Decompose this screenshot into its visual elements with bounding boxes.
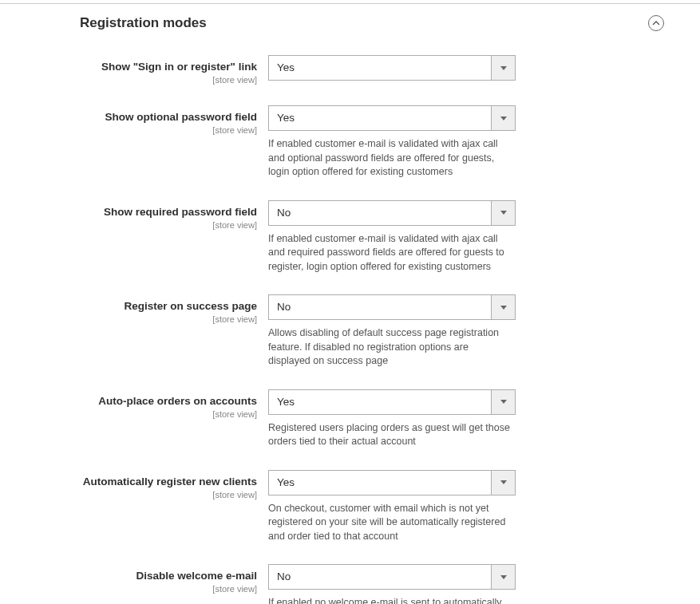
field-label: Show required password field	[80, 205, 257, 219]
dropdown-arrow	[491, 390, 515, 414]
field-note: If enabled customer e-mail is validated …	[268, 232, 516, 274]
field-show-sign-in-link: Show "Sign in or register" link [store v…	[80, 55, 664, 85]
dropdown-arrow	[491, 565, 515, 589]
select-disable-welcome-email[interactable]: No	[268, 564, 516, 590]
field-disable-welcome-email: Disable welcome e-mail [store view] No I…	[80, 564, 664, 604]
field-note: If enabled no welcome e-mail is sent to …	[268, 596, 516, 604]
select-value: No	[269, 295, 491, 319]
field-note: On checkout, customer with email which i…	[268, 502, 516, 544]
field-scope: [store view]	[80, 490, 257, 499]
field-show-optional-password: Show optional password field [store view…	[80, 105, 664, 180]
select-show-optional-password[interactable]: Yes	[268, 105, 516, 131]
chevron-up-icon	[652, 21, 660, 26]
field-scope: [store view]	[80, 125, 257, 135]
field-label: Automatically register new clients	[80, 475, 257, 489]
field-label: Show optional password field	[80, 110, 257, 124]
field-scope: [store view]	[80, 75, 257, 85]
select-value: Yes	[269, 56, 491, 80]
section-title: Registration modes	[80, 15, 207, 31]
field-label: Disable welcome e-mail	[80, 569, 257, 583]
field-show-required-password: Show required password field [store view…	[80, 200, 664, 274]
dropdown-arrow	[491, 201, 515, 225]
dropdown-arrow	[491, 295, 515, 319]
field-scope: [store view]	[80, 220, 257, 230]
field-auto-register-clients: Automatically register new clients [stor…	[80, 470, 664, 544]
field-label: Show "Sign in or register" link	[80, 60, 257, 74]
field-note: Registered users placing orders as guest…	[268, 421, 516, 449]
select-show-required-password[interactable]: No	[268, 200, 516, 226]
select-value: Yes	[269, 471, 491, 495]
caret-down-icon	[500, 575, 507, 579]
caret-down-icon	[500, 480, 507, 484]
select-value: No	[269, 565, 491, 589]
caret-down-icon	[500, 116, 507, 120]
select-register-on-success-page[interactable]: No	[268, 294, 516, 320]
dropdown-arrow	[491, 106, 515, 130]
select-value: Yes	[269, 106, 491, 130]
field-auto-place-orders: Auto-place orders on accounts [store vie…	[80, 389, 664, 449]
select-show-sign-in-link[interactable]: Yes	[268, 55, 516, 81]
caret-down-icon	[500, 66, 507, 70]
field-note: If enabled customer e-mail is validated …	[268, 137, 516, 180]
select-auto-place-orders[interactable]: Yes	[268, 389, 516, 415]
field-register-on-success-page: Register on success page [store view] No…	[80, 294, 664, 369]
dropdown-arrow	[491, 56, 515, 80]
field-label: Register on success page	[80, 299, 257, 314]
field-label: Auto-place orders on accounts	[80, 394, 257, 409]
caret-down-icon	[500, 306, 507, 310]
field-scope: [store view]	[80, 409, 257, 419]
dropdown-arrow	[491, 471, 515, 495]
caret-down-icon	[500, 211, 507, 215]
fieldset: Show "Sign in or register" link [store v…	[80, 39, 664, 604]
field-scope: [store view]	[80, 314, 257, 324]
field-scope: [store view]	[80, 584, 257, 594]
select-auto-register-clients[interactable]: Yes	[268, 470, 516, 495]
collapse-button[interactable]	[648, 15, 664, 31]
caret-down-icon	[500, 400, 507, 404]
section-header: Registration modes	[80, 4, 664, 39]
field-note: Allows disabling of default success page…	[268, 326, 516, 369]
select-value: No	[269, 201, 491, 225]
config-section: Registration modes Show "Sign in or regi…	[0, 3, 700, 604]
select-value: Yes	[269, 390, 491, 414]
